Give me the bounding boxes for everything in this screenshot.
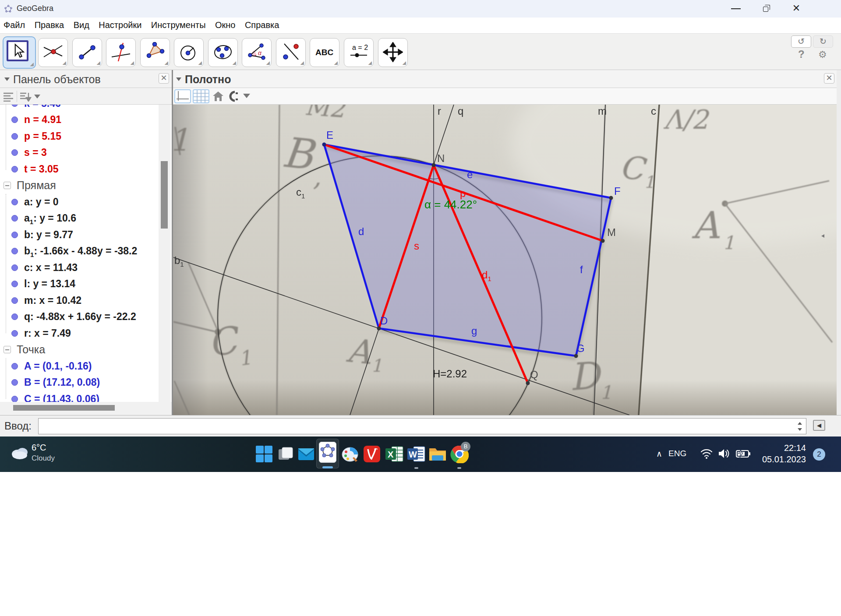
list-item[interactable]: k = 5.46 [0,105,159,112]
geogebra-app-icon[interactable] [319,442,336,463]
tool-line[interactable]: ◢ [72,38,102,67]
menu-edit[interactable]: Правка [32,18,67,30]
toggle-grid-button[interactable] [193,89,209,103]
tool-text[interactable]: ABC ◢ [310,38,339,67]
wifi-icon[interactable] [700,448,713,459]
svg-text:1: 1 [371,356,382,376]
menu-view[interactable]: Вид [71,18,92,30]
tray-language[interactable]: ENG [668,449,686,458]
list-item[interactable]: A = (0.1, -0.16) [0,358,159,374]
tool-circle[interactable]: ◢ [174,38,204,67]
canvas-style-bar [173,88,837,105]
battery-icon[interactable] [736,449,751,458]
list-item[interactable]: C = (11.43, 0.06) [0,391,159,402]
collapse-triangle-icon[interactable] [4,77,10,81]
menu-settings[interactable]: Настройки [96,18,144,30]
tool-angle[interactable]: α ◢ [242,38,272,67]
home-button[interactable] [212,90,224,104]
svg-text:A: A [692,204,720,247]
tray-chevron[interactable]: ∧ [656,449,662,459]
tool-slider[interactable]: a = 2 ◢ [344,38,374,67]
menu-window[interactable]: Окно [212,18,238,30]
toggle-axes-button[interactable] [174,89,191,103]
list-item[interactable]: n = 4.91 [0,112,159,128]
label-N[interactable]: N [437,152,445,165]
tool-point[interactable]: ◢ [38,38,68,67]
v-app-icon[interactable] [363,445,381,463]
scrollbar-thumb[interactable] [13,405,115,411]
canvas-close-button[interactable]: ✕ [824,73,834,84]
tool-move[interactable]: ◢ [3,36,36,69]
svg-text:ABC: ABC [315,48,333,57]
input-history-arrows[interactable] [797,422,802,431]
minimize-button[interactable] [723,0,749,18]
tool-polygon[interactable]: ◢ [140,38,170,67]
sort-list-icon[interactable] [4,92,15,102]
close-button[interactable]: ✕ [784,0,809,18]
restore-button[interactable] [753,0,780,18]
explorer-app-icon[interactable] [428,445,447,463]
word-app-icon[interactable]: W [407,445,426,463]
volume-icon[interactable] [717,448,731,459]
tool-move-view[interactable]: ◢ [378,38,408,67]
list-item[interactable]: m: x = 10.42 [0,292,159,309]
algebra-horizontal-scrollbar[interactable] [0,402,172,415]
help-button[interactable]: ? [798,48,805,60]
taskbar-clock[interactable]: 22:14 05.01.2023 [762,442,806,465]
list-item[interactable]: q: -4.88x + 1.66y = -22.2 [0,309,159,325]
label-F[interactable]: F [614,185,621,197]
stylebar-dropdown-arrow[interactable] [243,94,250,98]
menu-help[interactable]: Справка [242,18,282,30]
point-capturing-button[interactable] [226,90,240,104]
label-m: m [598,105,607,117]
taskbar-weather-widget[interactable]: 6°C Cloudy [0,436,88,472]
list-item[interactable]: c: x = 11.43 [0,260,159,276]
list-item[interactable]: l: y = 13.14 [0,276,159,292]
start-button[interactable] [255,445,273,463]
list-item[interactable]: a: y = 0 [0,194,159,210]
list-item[interactable]: t = 3.05 [0,161,159,177]
list-item[interactable]: r: x = 7.49 [0,325,159,341]
scrollbar-thumb[interactable] [161,161,168,229]
list-item[interactable]: b1: -1.66x - 4.88y = -38.2 [0,243,159,259]
graphics-view[interactable]: B , C 1 A 1 D 1 C 1 A 1 Λ/2 M2 1 [173,105,837,415]
list-section-lines[interactable]: Прямая [0,177,159,194]
weather-temp: 6°C [32,443,46,453]
notification-badge[interactable]: 2 [813,448,825,461]
segment-tool-icon [77,42,97,62]
collapse-triangle-icon[interactable] [176,77,181,81]
label-M[interactable]: M [607,226,616,239]
label-G[interactable]: G [576,342,585,355]
sort-order-icon[interactable] [20,92,32,102]
algebra-vertical-scrollbar[interactable] [159,105,171,402]
list-item[interactable]: b: y = 9.77 [0,227,159,243]
window-right-gutter [837,70,841,415]
redo-button[interactable]: ↻ [813,35,833,48]
menu-tools[interactable]: Инструменты [148,18,208,30]
tool-perpendicular[interactable]: ◢ [106,38,136,67]
point-Q [526,381,530,385]
sort-dropdown-arrow[interactable] [34,95,40,99]
task-view-button[interactable] [276,445,294,463]
ellipse-tool-icon [213,42,233,62]
input-field[interactable] [38,418,806,434]
paint-app-icon[interactable] [341,445,359,463]
list-item[interactable]: s = 3 [0,144,159,161]
tool-reflect[interactable]: ◢ [276,38,306,67]
list-item[interactable]: a1: y = 10.6 [0,210,159,226]
label-Q[interactable]: Q [530,369,538,381]
algebra-panel-header: Панель объектов ✕ [0,70,172,88]
list-item[interactable]: p = 5.15 [0,128,159,144]
algebra-close-button[interactable]: ✕ [159,73,169,84]
mail-app-icon[interactable] [297,445,315,463]
label-D[interactable]: D [380,315,388,327]
undo-button[interactable]: ↺ [791,35,811,48]
list-section-points[interactable]: Точка [0,341,159,358]
tool-ellipse[interactable]: ◢ [208,38,238,67]
settings-button[interactable]: ⚙ [818,49,827,60]
label-E[interactable]: E [326,129,333,141]
excel-app-icon[interactable]: X [385,445,404,463]
menu-file[interactable]: Файл [1,18,28,30]
input-help-button[interactable]: ◀ [813,420,825,431]
list-item[interactable]: B = (17.12, 0.08) [0,374,159,391]
